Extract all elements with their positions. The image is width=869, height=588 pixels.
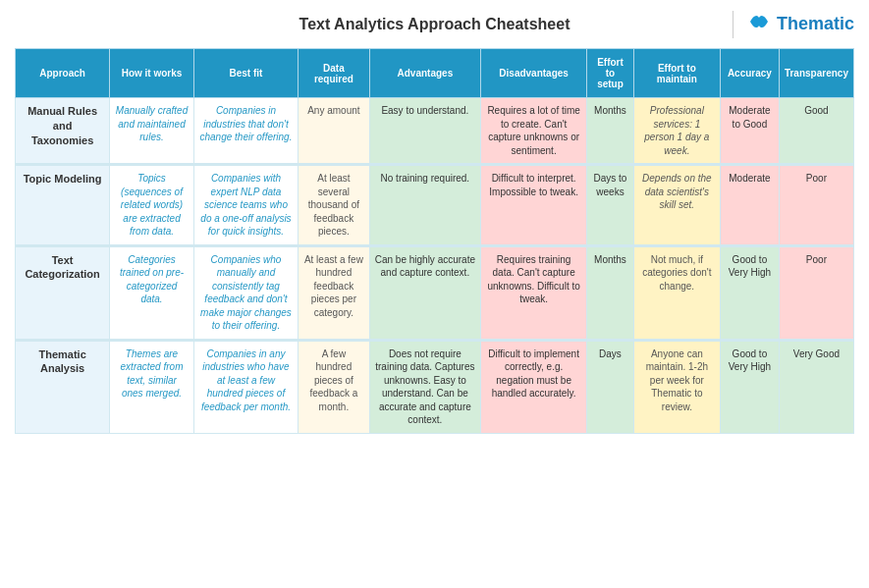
table-cell: Manually crafted and maintained rules.: [110, 98, 194, 165]
table-cell: Themes are extracted from text, similar …: [110, 340, 194, 433]
header: Text Analytics Approach Cheatsheet Thema…: [15, 10, 854, 38]
col-header-transparency: Transparency: [779, 49, 853, 98]
col-header-accuracy: Accuracy: [720, 49, 779, 98]
table-cell: Text Categorization: [16, 245, 110, 340]
table-cell: Difficult to interpret. Impossible to tw…: [481, 165, 587, 246]
table-cell: Professional services: 1 person 1 day a …: [633, 98, 720, 165]
table-cell: At least several thousand of feedback pi…: [299, 165, 370, 246]
table-cell: Days to weeks: [587, 165, 634, 246]
page-wrapper: Text Analytics Approach Cheatsheet Thema…: [0, 0, 869, 449]
table-cell: Requires training data. Can't capture un…: [481, 245, 587, 340]
table-cell: At least a few hundred feedback pieces p…: [299, 245, 370, 340]
col-header-disadvantages: Disadvantages: [481, 49, 587, 98]
table-cell: A few hundred pieces of feedback a month…: [299, 340, 370, 433]
table-cell: Companies in any industries who have at …: [193, 340, 298, 433]
page-title: Text Analytics Approach Cheatsheet: [299, 16, 570, 33]
table-cell: Companies who manually and consistently …: [193, 245, 298, 340]
table-body: Manual Rules and TaxonomiesManually craf…: [16, 98, 854, 434]
table-cell: Easy to understand.: [369, 98, 480, 165]
table-row: Text CategorizationCategories trained on…: [16, 245, 854, 340]
table-cell: Topic Modeling: [16, 165, 110, 246]
logo-container: Thematic: [725, 10, 854, 38]
logo-text: Thematic: [777, 14, 854, 34]
table-cell: Anyone can maintain. 1-2h per week for T…: [633, 340, 720, 433]
table-cell: Any amount: [299, 98, 370, 165]
table-cell: Months: [587, 245, 634, 340]
table-row: Manual Rules and TaxonomiesManually craf…: [16, 98, 854, 165]
table-cell: Companies with expert NLP data science t…: [193, 165, 298, 246]
table-cell: Poor: [779, 245, 853, 340]
table-cell: Good: [779, 98, 853, 165]
table-header-row: Approach How it works Best fit Data requ…: [16, 49, 854, 98]
col-header-data: Data required: [299, 49, 370, 98]
table-cell: Good to Very High: [720, 340, 779, 433]
table-cell: Moderate: [720, 165, 779, 246]
table-cell: Difficult to implement correctly, e.g. n…: [481, 340, 587, 433]
table-cell: Not much, if categories don't change.: [633, 245, 720, 340]
col-header-bestfit: Best fit: [193, 49, 298, 98]
col-header-effort-setup: Effort to setup: [587, 49, 634, 98]
table-cell: Months: [587, 98, 634, 165]
table-cell: Poor: [779, 165, 853, 246]
logo-divider: [733, 11, 733, 38]
table-cell: Thematic Analysis: [16, 340, 110, 433]
table-cell: Moderate to Good: [720, 98, 779, 165]
table-cell: Does not require training data. Captures…: [369, 340, 480, 433]
table-row: Thematic AnalysisThemes are extracted fr…: [16, 340, 854, 433]
table-cell: Manual Rules and Taxonomies: [16, 98, 110, 165]
table-cell: Very Good: [779, 340, 853, 433]
col-header-effort-maintain: Effort to maintain: [633, 49, 720, 98]
logo-icon: [747, 10, 771, 38]
table-cell: Topics (sequences of related words) are …: [110, 165, 194, 246]
table-cell: Requires a lot of time to create. Can't …: [481, 98, 587, 165]
col-header-approach: Approach: [16, 49, 110, 98]
comparison-table: Approach How it works Best fit Data requ…: [15, 48, 854, 434]
table-cell: Companies in industries that don't chang…: [193, 98, 298, 165]
table-cell: Can be highly accurate and capture conte…: [369, 245, 480, 340]
col-header-how: How it works: [110, 49, 194, 98]
col-header-advantages: Advantages: [369, 49, 480, 98]
table-cell: No training required.: [369, 165, 480, 246]
table-cell: Depends on the data scientist's skill se…: [633, 165, 720, 246]
table-cell: Days: [587, 340, 634, 433]
table-cell: Good to Very High: [720, 245, 779, 340]
table-row: Topic ModelingTopics (sequences of relat…: [16, 165, 854, 246]
table-cell: Categories trained on pre-categorized da…: [110, 245, 194, 340]
